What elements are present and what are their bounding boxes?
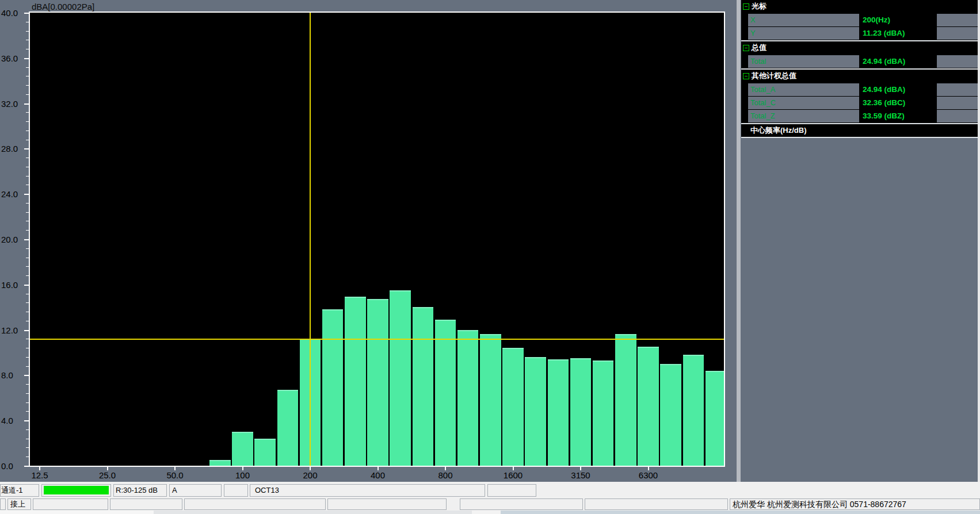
- y-tick: [24, 103, 29, 105]
- spectrum-bar-500[interactable]: [390, 290, 411, 466]
- section-rows-weighted: Total_A 24.94 (dBA) Total_C 32.36 (dBC) …: [741, 82, 978, 123]
- section-header-label: 光标: [752, 1, 767, 11]
- spectrum-bar-250[interactable]: [322, 309, 344, 466]
- y-tick: [24, 330, 29, 331]
- conn-empty-cell: [585, 498, 728, 510]
- spectrum-bar-630[interactable]: [413, 307, 434, 466]
- chart-title: dBA[0.00002Pa]: [32, 2, 94, 11]
- section-header-label: 中心频率(Hz/dB): [750, 125, 807, 136]
- y-tick: [24, 285, 29, 286]
- spectrum-bar-800[interactable]: [435, 320, 456, 466]
- conn-empty-cell: [184, 498, 326, 510]
- spectrum-bar-315[interactable]: [345, 297, 366, 466]
- section-rows-total: Total 24.94 (dBA): [741, 54, 978, 68]
- section-header-cursor[interactable]: 光标: [741, 0, 978, 13]
- spectrum-bar-80[interactable]: [209, 460, 231, 466]
- status-weighting: A: [169, 484, 222, 497]
- spectrum-bar-2500[interactable]: [548, 359, 569, 466]
- section-header-label: 总值: [752, 43, 767, 53]
- x-tick-label: 800: [428, 470, 463, 480]
- spectrum-bar-1250[interactable]: [480, 334, 501, 466]
- spectrum-bar-100[interactable]: [232, 432, 253, 466]
- spectrum-bar-8000[interactable]: [660, 364, 681, 466]
- cursor-horizontal-line[interactable]: [30, 339, 724, 340]
- prop-total-a-label: Total_A: [748, 83, 859, 96]
- status-mode: OCT13: [250, 484, 485, 497]
- conn-empty-cell: [110, 498, 182, 510]
- taskbar-edge: [0, 511, 980, 514]
- prop-total-c-value: 32.36 (dBC): [860, 97, 936, 109]
- x-tick-label: 100: [226, 470, 260, 480]
- collapse-icon[interactable]: [743, 73, 749, 79]
- spectrum-bar-12500[interactable]: [706, 371, 725, 466]
- company-info: 杭州爱华 杭州爱测科技有限公司 0571-88672767: [730, 498, 980, 510]
- spectrum-bar-2000[interactable]: [525, 357, 546, 466]
- collapse-icon[interactable]: [743, 3, 749, 10]
- conn-empty-cell: [0, 498, 6, 510]
- spectrum-bar-3150[interactable]: [570, 358, 592, 466]
- section-header-total[interactable]: 总值: [741, 41, 978, 54]
- spectrum-bar-125[interactable]: [254, 439, 276, 466]
- y-tick-label: 16.0: [1, 280, 26, 290]
- spectrum-bar-6300[interactable]: [638, 347, 659, 466]
- level-indicator: [44, 486, 109, 494]
- y-tick-label: 36.0: [1, 53, 26, 63]
- spectrum-bar-400[interactable]: [367, 299, 388, 466]
- prop-x-label: X: [748, 14, 859, 26]
- prop-row-total-a[interactable]: Total_A 24.94 (dBA): [741, 83, 978, 96]
- y-tick-label: 8.0: [1, 370, 26, 380]
- y-tick: [24, 148, 29, 149]
- panel-splitter[interactable]: [737, 0, 741, 482]
- x-tick-label: 50.0: [158, 470, 192, 480]
- section-header-weighted-totals[interactable]: 其他计权总值: [741, 70, 978, 82]
- prop-total-a-value: 24.94 (dBA): [860, 83, 936, 96]
- x-tick-label: 6300: [631, 470, 666, 480]
- cursor-vertical-line[interactable]: [310, 13, 311, 466]
- x-tick-label: 400: [361, 470, 395, 480]
- y-tick: [24, 466, 29, 467]
- status-channel: 通道-1: [0, 484, 39, 497]
- spectrum-bar-10000[interactable]: [683, 355, 704, 466]
- panel-right-border: [978, 0, 980, 482]
- section-header-center-frequency[interactable]: 中心频率(Hz/dB): [741, 124, 978, 137]
- prop-row-total-z[interactable]: Total_Z 33.59 (dBZ): [741, 110, 978, 122]
- y-tick-label: 20.0: [1, 235, 26, 244]
- section-header-label: 其他计权总值: [752, 71, 796, 81]
- spectrum-bar-5000[interactable]: [615, 334, 636, 466]
- spectrum-plot-area[interactable]: [29, 11, 725, 467]
- prop-total-value: 24.94 (dBA): [860, 55, 936, 68]
- prop-row-total[interactable]: Total 24.94 (dBA): [741, 55, 978, 68]
- status-empty-cell: [224, 484, 248, 497]
- prop-total-z-label: Total_Z: [748, 110, 859, 122]
- prop-y-value: 11.23 (dBA): [860, 27, 936, 40]
- app-window: dBA[0.00002Pa] 40.036.032.028.024.020.01…: [0, 0, 980, 514]
- y-tick-label: 24.0: [1, 189, 26, 199]
- prop-total-label: Total: [748, 55, 859, 68]
- conn-empty-cell: [460, 498, 583, 510]
- spectrum-bar-1000[interactable]: [457, 330, 479, 466]
- collapse-icon[interactable]: [743, 45, 749, 51]
- conn-empty-cell: [33, 498, 108, 510]
- y-tick: [24, 13, 29, 14]
- properties-panel: 光标 X 200(Hz) Y 11.23 (dBA) 总值: [741, 0, 978, 482]
- prop-row-y[interactable]: Y 11.23 (dBA): [741, 27, 978, 40]
- status-range: R:30-125 dB: [113, 484, 167, 497]
- prop-total-z-value: 33.59 (dBZ): [860, 110, 936, 122]
- y-tick-label: 40.0: [1, 8, 26, 18]
- y-tick: [24, 194, 29, 195]
- x-tick-label: 200: [293, 470, 327, 480]
- y-tick-label: 28.0: [1, 144, 26, 154]
- prop-row-total-c[interactable]: Total_C 32.36 (dBC): [741, 97, 978, 109]
- spectrum-bar-4000[interactable]: [593, 360, 614, 466]
- x-tick-label: 3150: [563, 470, 598, 480]
- conn-empty-cell: [327, 498, 447, 510]
- x-tick-label: 25.0: [90, 470, 125, 480]
- prop-x-value: 200(Hz): [860, 14, 936, 26]
- y-tick-label: 0.0: [1, 461, 26, 471]
- y-tick: [24, 239, 29, 240]
- spectrum-bar-160[interactable]: [277, 390, 299, 466]
- spectrum-bar-1600[interactable]: [502, 348, 524, 466]
- prop-y-label: Y: [748, 27, 859, 40]
- prop-row-x[interactable]: X 200(Hz): [741, 14, 978, 26]
- y-tick: [24, 420, 29, 421]
